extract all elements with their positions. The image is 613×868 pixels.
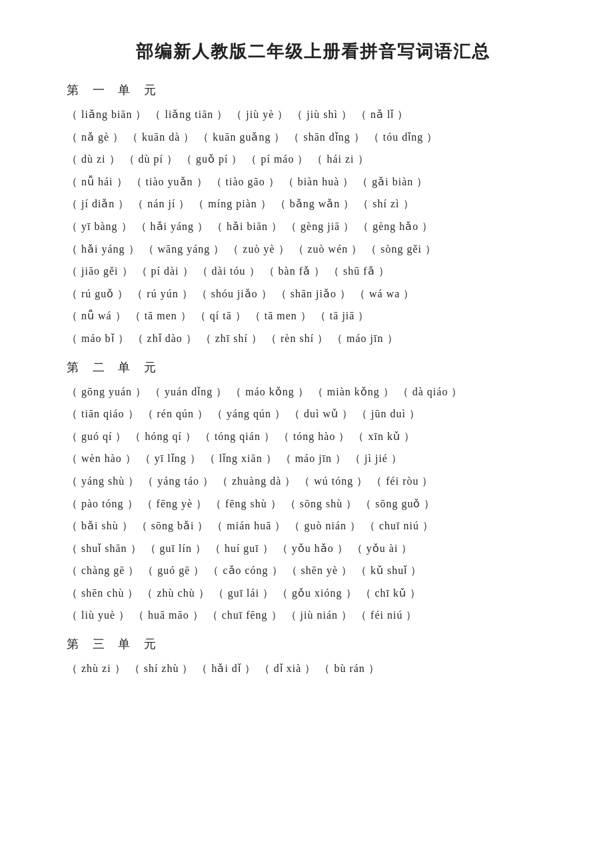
word-row: （ shēn chù ） （ zhù chù ） （ guī lái ） （ g…	[67, 582, 560, 605]
word-row: （ yī bàng ） （ hǎi yáng ） （ hǎi biān ） （ …	[67, 215, 560, 238]
word-row: （ rú guǒ ） （ rú yún ） （ shóu jiǎo ） （ sh…	[67, 283, 560, 305]
word-row: （ guó qí ） （ hóng qí ） （ tóng qián ） （ t…	[67, 425, 560, 448]
section-title-section1: 第 一 单 元	[67, 82, 560, 98]
word-row: （ tiān qiáo ） （ rén qún ） （ yáng qún ） （…	[67, 403, 560, 425]
word-row: （ zhù zi ） （ shí zhù ） （ hǎi dǐ ） （ dǐ x…	[67, 657, 560, 680]
word-row: （ hǎi yáng ） （ wāng yáng ） （ zuò yè ） （ …	[67, 238, 560, 261]
word-row: （ liù yuè ） （ huā māo ） （ chuī fēng ） （ …	[67, 604, 560, 627]
word-row: （ jiāo gěi ） （ pí dài ） （ dài tóu ） （ bà…	[67, 260, 560, 283]
word-row: （ máo bǐ ） （ zhǐ dào ） （ zhī shí ） （ rèn…	[67, 327, 560, 350]
word-row: （ nǚ wá ） （ tā men ） （ qí tā ） （ tā men …	[67, 305, 560, 327]
section-title-section3: 第 三 单 元	[67, 636, 560, 652]
word-row: （ gōng yuán ） （ yuán dǐng ） （ máo kǒng ）…	[67, 381, 560, 403]
word-row: （ chàng gē ） （ guó gē ） （ cǎo cóng ） （ s…	[67, 559, 560, 582]
word-row: （ dù zi ） （ dù pí ） （ guǒ pí ） （ pí máo …	[67, 148, 560, 171]
word-row: （ liǎng biān ） （ liǎng tiān ） （ jiù yè ）…	[67, 103, 560, 126]
page-title: 部编新人教版二年级上册看拼音写词语汇总	[67, 40, 560, 63]
word-row: （ jí diǎn ） （ nán jí ） （ míng piàn ） （ b…	[67, 193, 560, 215]
section-title-section2: 第 二 单 元	[67, 359, 560, 375]
word-row: （ shuǐ shān ） （ guī lín ） （ huí guī ） （ …	[67, 537, 560, 560]
word-row: （ nǚ hái ） （ tiào yuǎn ） （ tiào gāo ） （ …	[67, 171, 560, 193]
word-row: （ yáng shù ） （ yáng táo ） （ zhuàng dà ） …	[67, 470, 560, 493]
word-row: （ bǎi shù ） （ sōng bǎi ） （ mián huā ） （ …	[67, 515, 560, 537]
word-row: （ pào tóng ） （ fēng yè ） （ fēng shù ） （ …	[67, 493, 560, 515]
word-row: （ wèn hào ） （ yī lǐng ） （ lǐng xiān ） （ …	[67, 447, 560, 470]
word-row: （ nǎ gè ） （ kuān dà ） （ kuān guǎng ） （ s…	[67, 126, 560, 149]
